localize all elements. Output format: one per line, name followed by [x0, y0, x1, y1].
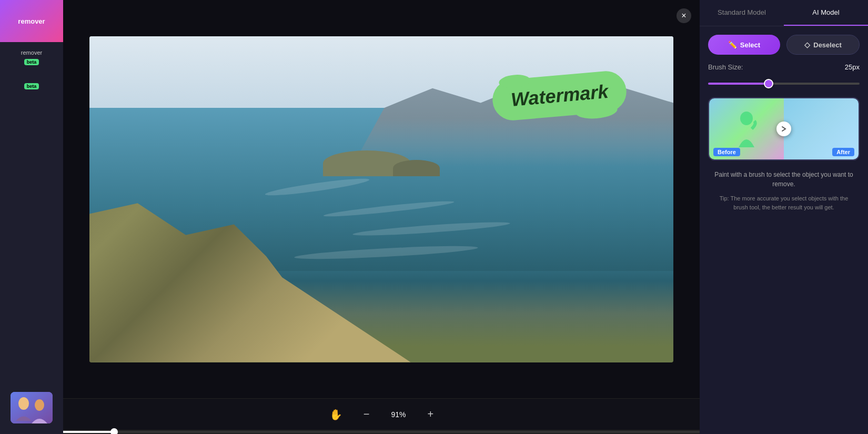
pencil-icon: ✏️	[728, 41, 737, 49]
rocks-2	[393, 160, 440, 176]
zoom-in-button[interactable]: +	[422, 405, 439, 423]
hand-tool-button[interactable]: ✋	[324, 405, 348, 424]
canvas-area[interactable]: ×	[63, 0, 700, 398]
description-text: Paint with a brush to select the object …	[700, 165, 868, 192]
svg-rect-0	[11, 392, 53, 423]
image-container: Watermark	[89, 36, 673, 362]
brush-size-row: Brush Size: 25px	[700, 59, 868, 75]
hand-icon: ✋	[329, 409, 342, 420]
tab-ai-model[interactable]: AI Model	[784, 0, 868, 26]
after-half: After	[784, 98, 859, 159]
progress-bar-container	[63, 430, 700, 434]
before-after-preview[interactable]: Before After	[708, 97, 860, 160]
zoom-out-button[interactable]: −	[358, 405, 375, 423]
watermark-text: Watermark	[510, 80, 609, 110]
select-label: Select	[740, 41, 760, 49]
sidebar-item-remover-label: remover	[21, 49, 42, 56]
deselect-label: Deselect	[813, 41, 841, 49]
sidebar-item-remover[interactable]: remover beta	[0, 42, 63, 73]
after-label: After	[832, 148, 854, 156]
zoom-in-icon: +	[428, 408, 434, 420]
svg-point-3	[740, 112, 753, 125]
sidebar-thumb-image	[11, 392, 53, 423]
before-label: Before	[713, 148, 740, 156]
right-panel: Standard Model AI Model ✏️ Select ◇ Dese…	[700, 0, 868, 434]
watermark-blob: Watermark	[491, 69, 628, 122]
sidebar-thumbnail[interactable]	[11, 392, 53, 423]
chevron-right-icon	[780, 125, 788, 133]
before-after-inner: Before After	[709, 98, 859, 159]
progress-bar-fill	[63, 431, 114, 433]
deselect-button[interactable]: ◇ Deselect	[786, 35, 860, 55]
svg-point-2	[35, 399, 44, 411]
sidebar: remover remover beta beta	[0, 0, 63, 434]
divider-handle[interactable]	[776, 122, 791, 136]
sidebar-top-label: remover	[18, 17, 45, 25]
eraser-icon: ◇	[804, 41, 810, 49]
progress-bar-track[interactable]	[63, 431, 700, 433]
close-button[interactable]: ×	[677, 8, 691, 23]
sidebar-top-card[interactable]: remover	[0, 0, 63, 42]
model-tabs: Standard Model AI Model	[700, 0, 868, 26]
beta-badge-2: beta	[24, 83, 39, 89]
beta-badge-1: beta	[24, 59, 39, 65]
brush-size-slider[interactable]	[708, 83, 860, 85]
progress-thumb[interactable]	[110, 428, 118, 434]
standard-model-label: Standard Model	[718, 8, 766, 16]
tab-standard-model[interactable]: Standard Model	[700, 0, 784, 26]
watermark-overlay: Watermark	[492, 75, 627, 116]
toolbar-bottom: ✋ − 91% +	[63, 398, 700, 430]
coastal-scene: Watermark	[89, 36, 673, 362]
tip-text: Tip: The more accurate you select object…	[700, 192, 868, 220]
ai-model-label: AI Model	[812, 8, 839, 16]
before-half: Before	[709, 98, 784, 159]
close-icon: ×	[681, 11, 686, 21]
sidebar-item-2[interactable]: beta	[0, 73, 63, 97]
zoom-out-icon: −	[364, 408, 370, 420]
brush-slider-container	[700, 75, 868, 93]
select-deselect-row: ✏️ Select ◇ Deselect	[700, 26, 868, 59]
brush-size-label: Brush Size:	[708, 63, 743, 71]
main-content: ×	[63, 0, 700, 434]
select-button[interactable]: ✏️ Select	[708, 35, 780, 55]
brush-size-value: 25px	[845, 63, 860, 71]
zoom-level: 91%	[386, 410, 412, 419]
svg-point-1	[18, 397, 29, 410]
